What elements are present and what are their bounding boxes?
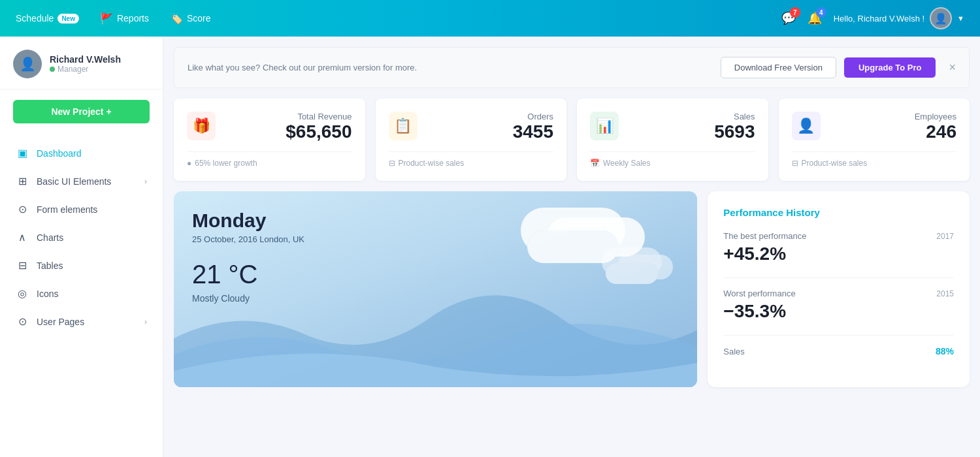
bottom-section: Monday 25 October, 2016 London, UK 21 °C… <box>174 191 970 387</box>
schedule-nav-item[interactable]: Schedule New <box>16 13 79 24</box>
best-performance-item: The best performance 2017 +45.2% <box>723 231 954 264</box>
mountains-illustration <box>174 257 697 387</box>
sales-icon: 📊 <box>590 112 619 140</box>
stat-card-orders: 📋 Orders 3455 ⊟ Product-wise sales <box>376 99 567 181</box>
performance-card: Performance History The best performance… <box>708 191 970 387</box>
online-indicator <box>50 67 55 72</box>
stat-card-employees: 👤 Employees 246 ⊟ Product-wise sales <box>779 99 970 181</box>
worst-performance-value: −35.3% <box>723 301 954 322</box>
best-performance-label: The best performance <box>723 231 806 241</box>
employees-label: Employees <box>915 112 956 121</box>
charts-icon: ∧ <box>16 231 29 244</box>
revenue-footer: ● 65% lower growth <box>187 151 352 168</box>
orders-label: Orders <box>513 112 553 121</box>
main-content: Like what you see? Check out our premium… <box>163 37 980 457</box>
weather-card: Monday 25 October, 2016 London, UK 21 °C… <box>174 191 697 387</box>
dashboard-icon: ▣ <box>16 147 29 159</box>
best-performance-value: +45.2% <box>723 244 954 264</box>
sidebar-item-label: Dashboard <box>37 148 82 159</box>
sidebar-item-user-pages[interactable]: ⊙ User Pages › <box>0 307 163 336</box>
calendar-icon: 📅 <box>590 159 600 168</box>
bookmark-icon: ⊟ <box>389 159 395 168</box>
sidebar-item-label: User Pages <box>37 317 84 327</box>
schedule-badge: New <box>57 14 79 24</box>
profile-info: Richard V.Welsh Manager <box>50 54 121 74</box>
score-nav-item[interactable]: 🏷️ Score <box>170 12 211 25</box>
sidebar-item-label: Form elements <box>37 204 97 215</box>
sidebar-item-ui-elements[interactable]: ⊞ Basic UI Elements › <box>0 167 163 195</box>
weather-day: Monday <box>192 210 679 232</box>
sidebar-item-icons[interactable]: ◎ Icons <box>0 279 163 307</box>
sales-label: Sales <box>714 112 755 121</box>
best-year: 2017 <box>936 232 954 241</box>
download-free-button[interactable]: Download Free Version <box>721 57 836 78</box>
reports-nav-item[interactable]: 🚩 Reports <box>100 12 149 25</box>
bell-notification-button[interactable]: 🔔 4 <box>808 11 822 25</box>
topnav-right-section: 💬 7 🔔 4 Hello, Richard V.Welsh ! 👤 ▼ <box>781 7 964 29</box>
sales-row-label: Sales <box>723 347 745 356</box>
reports-label: Reports <box>117 13 149 24</box>
sidebar-item-label: Basic UI Elements <box>37 176 111 187</box>
tables-icon: ⊟ <box>16 259 29 272</box>
performance-title: Performance History <box>723 207 954 218</box>
employees-value: 246 <box>915 121 956 142</box>
avatar: 👤 <box>13 50 42 78</box>
bell-badge: 4 <box>816 7 826 18</box>
promo-banner: Like what you see? Check out our premium… <box>174 47 970 88</box>
sales-footer: 📅 Weekly Sales <box>590 151 755 168</box>
divider-2 <box>723 335 954 336</box>
employees-icon: 👤 <box>792 112 821 140</box>
orders-footer: ⊟ Product-wise sales <box>389 151 554 168</box>
icons-icon: ◎ <box>16 287 29 300</box>
sidebar-item-label: Charts <box>37 232 63 243</box>
stat-card-revenue: 🎁 Total Revenue $65,650 ● 65% lower grow… <box>174 99 365 181</box>
user-name: Richard V.Welsh <box>50 54 121 65</box>
upgrade-pro-button[interactable]: Upgrade To Pro <box>844 57 936 78</box>
sidebar-navigation: ▣ Dashboard ⊞ Basic UI Elements › ⊙ Form… <box>0 134 163 341</box>
revenue-value: $65,650 <box>286 121 351 142</box>
stat-card-sales: 📊 Sales 5693 📅 Weekly Sales <box>577 99 768 181</box>
stat-cards: 🎁 Total Revenue $65,650 ● 65% lower grow… <box>174 99 970 181</box>
user-role: Manager <box>50 65 121 74</box>
schedule-label: Schedule <box>16 13 54 24</box>
chat-notification-button[interactable]: 💬 7 <box>781 11 796 25</box>
user-avatar: 👤 <box>930 7 952 29</box>
revenue-icon: 🎁 <box>187 112 216 140</box>
promo-actions: Download Free Version Upgrade To Pro × <box>721 57 956 78</box>
sidebar-item-label: Icons <box>37 289 58 299</box>
divider <box>723 277 954 278</box>
sidebar-item-form-elements[interactable]: ⊙ Form elements <box>0 195 163 223</box>
employees-footer: ⊟ Product-wise sales <box>792 151 957 168</box>
sidebar: 👤 Richard V.Welsh Manager New Project + … <box>0 37 163 457</box>
sidebar-item-dashboard[interactable]: ▣ Dashboard <box>0 139 163 167</box>
sales-row: Sales 88% <box>723 346 954 356</box>
sales-percentage: 88% <box>936 346 954 356</box>
chevron-right-icon: › <box>144 317 147 326</box>
topnav-links: Schedule New 🚩 Reports 🏷️ Score <box>16 12 211 25</box>
worst-performance-label: Worst performance <box>723 289 795 298</box>
orders-icon: 📋 <box>389 112 417 140</box>
top-navigation: Schedule New 🚩 Reports 🏷️ Score 💬 7 🔔 4 … <box>0 0 980 37</box>
hello-text: Hello, Richard V.Welsh ! <box>834 14 924 24</box>
sidebar-item-tables[interactable]: ⊟ Tables <box>0 251 163 279</box>
chat-badge: 7 <box>790 7 800 18</box>
main-layout: 👤 Richard V.Welsh Manager New Project + … <box>0 37 980 457</box>
form-icon: ⊙ <box>16 203 29 215</box>
chevron-down-icon: ▼ <box>957 14 964 22</box>
user-menu[interactable]: Hello, Richard V.Welsh ! 👤 ▼ <box>834 7 964 29</box>
sidebar-item-charts[interactable]: ∧ Charts <box>0 223 163 251</box>
worst-performance-item: Worst performance 2015 −35.3% <box>723 289 954 322</box>
promo-text: Like what you see? Check out our premium… <box>188 63 417 72</box>
sales-value: 5693 <box>714 121 755 142</box>
new-project-button[interactable]: New Project + <box>13 100 150 123</box>
close-banner-button[interactable]: × <box>949 61 956 74</box>
circle-icon: ● <box>187 159 191 168</box>
sidebar-item-label: Tables <box>37 260 63 271</box>
ui-elements-icon: ⊞ <box>16 175 29 187</box>
user-pages-icon: ⊙ <box>16 315 29 328</box>
chevron-right-icon: › <box>144 177 147 186</box>
score-label: Score <box>187 13 211 24</box>
worst-year: 2015 <box>936 289 954 298</box>
orders-value: 3455 <box>513 121 553 142</box>
grid-icon: ⊟ <box>792 159 798 168</box>
